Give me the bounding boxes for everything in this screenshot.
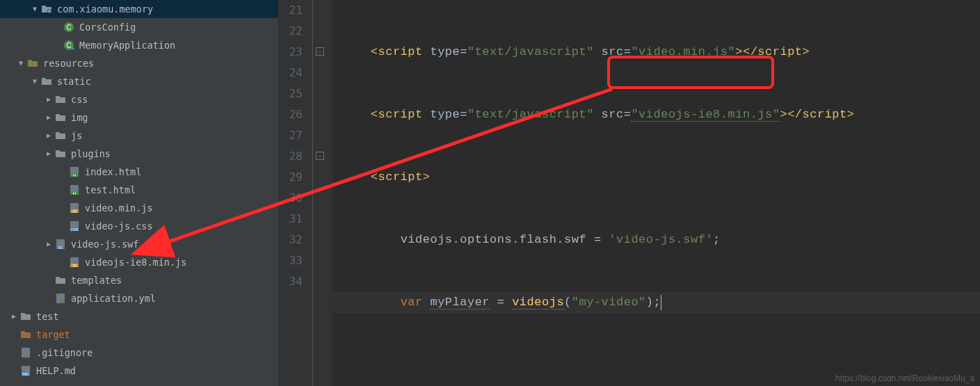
chevron-down-icon[interactable]: ▼ bbox=[31, 72, 39, 90]
js-icon: JS bbox=[68, 256, 81, 268]
yml-icon bbox=[54, 292, 67, 305]
tree-item-label: video-js.css bbox=[85, 217, 153, 235]
md-icon: MD bbox=[19, 364, 32, 377]
tree-item[interactable]: .gitignore bbox=[0, 344, 278, 362]
tree-item[interactable]: ▶plugins bbox=[0, 145, 278, 163]
tree-item[interactable]: application.yml bbox=[0, 289, 278, 307]
tree-item-label: templates bbox=[71, 271, 122, 289]
svg-point-27 bbox=[61, 300, 65, 303]
tree-item-label: application.yml bbox=[71, 289, 156, 307]
svg-text:C: C bbox=[66, 42, 71, 49]
tree-item-label: video-js.swf bbox=[71, 235, 139, 253]
fold-gutter: − − bbox=[313, 0, 332, 386]
tree-item-label: CorsConfig bbox=[79, 18, 136, 36]
tree-item-label: resources bbox=[43, 54, 94, 72]
text-caret bbox=[661, 295, 661, 310]
svg-text:CSS: CSS bbox=[70, 227, 79, 232]
tree-item[interactable]: CMemoryApplication bbox=[0, 36, 278, 54]
line-number: 33 bbox=[278, 250, 303, 271]
line-number: 21 bbox=[278, 0, 303, 21]
tree-item-label: test.html bbox=[85, 181, 136, 199]
code-line: <script type="text/javascript" src="vide… bbox=[332, 104, 980, 125]
svg-text:H: H bbox=[73, 173, 76, 177]
tree-item[interactable]: ▶js bbox=[0, 127, 278, 145]
tree-item[interactable]: ▶test bbox=[0, 307, 278, 325]
tree-item[interactable]: JSvideojs-ie8.min.js bbox=[0, 253, 278, 271]
svg-rect-28 bbox=[22, 348, 30, 357]
class-m-icon: C bbox=[63, 39, 75, 51]
tree-item-label: img bbox=[71, 108, 88, 127]
tree-item[interactable]: ▼static bbox=[0, 72, 278, 90]
res-icon bbox=[26, 57, 39, 70]
chevron-right-icon[interactable]: ▶ bbox=[45, 235, 53, 253]
tree-item-label: com.xiaomu.memory bbox=[57, 0, 153, 18]
target-icon bbox=[19, 328, 32, 341]
tree-item-label: index.html bbox=[85, 163, 141, 181]
line-number: 24 bbox=[278, 63, 303, 83]
watermark: https://blog.csdn.net/RookiexiaoMu_a bbox=[835, 373, 974, 383]
folder-icon bbox=[54, 111, 67, 124]
chevron-down-icon[interactable]: ▼ bbox=[17, 54, 25, 72]
file-icon bbox=[19, 346, 32, 359]
code-editor[interactable]: <script type="text/javascript" src="vide… bbox=[332, 0, 980, 386]
svg-point-26 bbox=[57, 300, 61, 303]
svg-text:H: H bbox=[73, 191, 76, 195]
chevron-down-icon[interactable]: ▼ bbox=[31, 0, 39, 18]
line-number: 34 bbox=[278, 271, 303, 292]
code-line bbox=[332, 355, 980, 376]
tree-item[interactable]: templates bbox=[0, 271, 278, 289]
tree-item[interactable]: Hindex.html bbox=[0, 163, 278, 181]
svg-text:C: C bbox=[66, 24, 71, 31]
tree-item-label: static bbox=[57, 72, 91, 90]
svg-text:JS: JS bbox=[72, 264, 77, 268]
tree-item[interactable]: JSvideo.min.js bbox=[0, 199, 278, 217]
svg-text:JS: JS bbox=[72, 209, 77, 214]
tree-item[interactable]: ▶img bbox=[0, 108, 278, 127]
fold-toggle-icon[interactable]: − bbox=[316, 152, 324, 160]
tree-item-label: videojs-ie8.min.js bbox=[85, 253, 186, 271]
folder-icon bbox=[54, 147, 67, 160]
code-line: videojs.options.flash.swf = 'video-js.sw… bbox=[332, 230, 980, 250]
tree-item[interactable]: ▶css bbox=[0, 90, 278, 108]
tree-item-label: HELP.md bbox=[36, 362, 76, 380]
fold-toggle-icon[interactable]: − bbox=[316, 47, 324, 56]
pkg-icon bbox=[40, 3, 53, 15]
chevron-right-icon[interactable]: ▶ bbox=[10, 307, 18, 325]
js-icon: JS bbox=[68, 202, 81, 214]
css-icon: CSS bbox=[68, 220, 81, 232]
folder-icon bbox=[19, 310, 32, 323]
line-number: 28 bbox=[278, 146, 303, 167]
line-number: 22 bbox=[278, 21, 303, 42]
chevron-right-icon[interactable]: ▶ bbox=[45, 127, 53, 145]
svg-point-1 bbox=[48, 10, 51, 13]
line-number: 27 bbox=[278, 125, 303, 146]
tree-item[interactable]: ▼resources bbox=[0, 54, 278, 72]
tree-item-label: test bbox=[36, 307, 59, 325]
tree-item[interactable]: CSSvideo-js.css bbox=[0, 217, 278, 235]
tree-item[interactable]: MDHELP.md bbox=[0, 362, 278, 380]
chevron-right-icon[interactable]: ▶ bbox=[45, 145, 53, 163]
svg-text:MD: MD bbox=[22, 372, 29, 376]
folder-icon bbox=[54, 129, 67, 142]
tree-item[interactable]: Htest.html bbox=[0, 181, 278, 199]
tree-item[interactable]: ▼com.xiaomu.memory bbox=[0, 0, 278, 18]
line-number: 30 bbox=[278, 188, 303, 209]
line-number: 23 bbox=[278, 42, 303, 63]
bin-icon: 01 bbox=[54, 238, 67, 250]
class-c-icon: C bbox=[63, 21, 75, 33]
line-number: 26 bbox=[278, 104, 303, 125]
chevron-right-icon[interactable]: ▶ bbox=[45, 108, 53, 127]
line-number: 29 bbox=[278, 167, 303, 188]
tree-item[interactable]: CCorsConfig bbox=[0, 18, 278, 36]
svg-text:01: 01 bbox=[58, 246, 63, 250]
project-tree[interactable]: ▼com.xiaomu.memoryCCorsConfigCMemoryAppl… bbox=[0, 0, 278, 386]
tree-item-label: .gitignore bbox=[36, 344, 93, 362]
line-number-gutter: 2122232425262728293031323334 bbox=[278, 0, 313, 386]
tree-item[interactable]: target bbox=[0, 325, 278, 344]
tree-item[interactable]: ▶01video-js.swf bbox=[0, 235, 278, 253]
folder-icon bbox=[40, 75, 53, 88]
code-line: <script> bbox=[332, 167, 980, 188]
chevron-right-icon[interactable]: ▶ bbox=[45, 90, 53, 108]
folder-icon bbox=[54, 274, 67, 287]
tree-item-label: plugins bbox=[71, 145, 111, 163]
